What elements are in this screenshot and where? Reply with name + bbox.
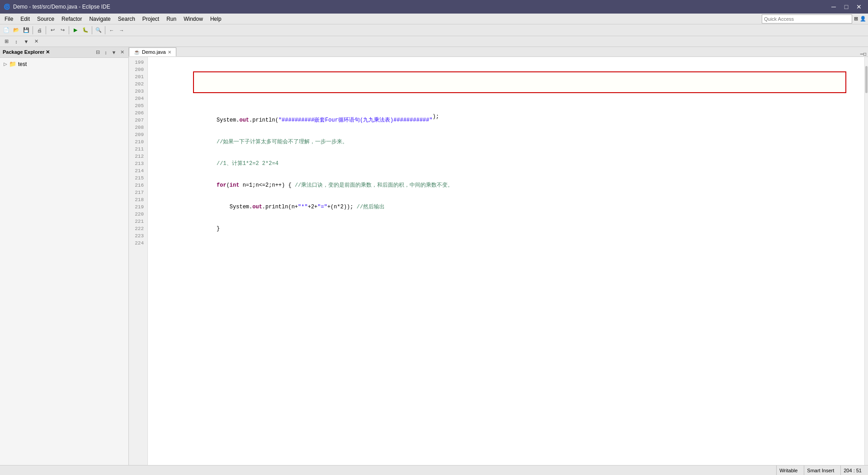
- menu-project[interactable]: Project: [140, 15, 162, 23]
- insert-mode-label: Smart Insert: [807, 468, 834, 473]
- title-bar-controls: ─ □ ✕: [828, 1, 864, 12]
- scrollbar-thumb[interactable]: [865, 66, 868, 93]
- code-line-205: }: [151, 225, 861, 232]
- code-line-208: [151, 290, 861, 297]
- toolbar2-btn2[interactable]: ↕: [12, 37, 21, 46]
- code-line-201: //如果一下子计算太多可能会不了理解，一步一步来。: [151, 138, 861, 146]
- toolbar-save[interactable]: 💾: [22, 26, 31, 35]
- sidebar-menu[interactable]: ▼: [110, 49, 118, 56]
- maximize-button[interactable]: □: [841, 1, 852, 12]
- toolbar-main: 📄 📂 💾 🖨 ↩ ↪ ▶ 🐛 🔍 ← →: [0, 24, 868, 36]
- minimize-button[interactable]: ─: [828, 1, 839, 12]
- code-line-216: [151, 464, 861, 465]
- toolbar-sep1: [33, 26, 33, 34]
- title-bar-left: 🌀 Demo - test/src/Demo.java - Eclipse ID…: [4, 4, 110, 10]
- toolbar-btn-perspectives[interactable]: ⊞: [854, 16, 858, 22]
- app-icon: 🌀: [4, 4, 10, 10]
- code-line-207: [151, 268, 861, 276]
- code-line-212: [151, 377, 861, 384]
- toolbar-print[interactable]: 🖨: [35, 26, 44, 35]
- code-line-204: System.out.println(n+"*"+2+"="+(n*2)); /…: [151, 203, 861, 211]
- editor-tab-close[interactable]: ✕: [168, 50, 171, 55]
- sidebar-title: Package Explorer ✕: [3, 49, 50, 55]
- code-line-209: [151, 312, 861, 319]
- sidebar-content: ▷ 📁 test: [0, 58, 128, 465]
- code-line-206: [151, 247, 861, 254]
- code-line-215: [151, 442, 861, 449]
- toolbar-sep3: [69, 26, 69, 34]
- code-line-214: [151, 420, 861, 428]
- status-bar: Writable Smart Insert 204 : 51: [0, 465, 868, 475]
- quick-access-area: ⊞ 👤: [762, 14, 866, 24]
- code-line-211: [151, 355, 861, 362]
- tree-arrow: ▷: [4, 61, 7, 66]
- toolbar2-btn4[interactable]: ✕: [32, 37, 41, 46]
- toolbar2-btn3[interactable]: ▼: [22, 37, 31, 46]
- code-highlight-box: [193, 71, 846, 93]
- sidebar-close[interactable]: ✕: [118, 49, 126, 56]
- editor-scrollbar[interactable]: [864, 57, 868, 465]
- code-line-200: System.out.println("##########嵌套Four循环语句…: [151, 117, 861, 124]
- editor-minimize[interactable]: ─: [860, 52, 863, 56]
- title-bar: 🌀 Demo - test/src/Demo.java - Eclipse ID…: [0, 0, 868, 14]
- toolbar-btn-open-perspective[interactable]: 👤: [860, 16, 866, 22]
- main-layout: Package Explorer ✕ ⊟ ↕ ▼ ✕ ▷ 📁 test ☕: [0, 47, 868, 465]
- tree-label-test: test: [18, 61, 27, 67]
- close-button[interactable]: ✕: [854, 1, 864, 12]
- editor-tabs: ☕ Demo.java ✕ ─ □: [129, 47, 868, 57]
- toolbar-sep5: [105, 26, 105, 34]
- editor-tab-name: Demo.java: [142, 49, 166, 55]
- code-editor: 199 200 201 202 203 204 205 206 207 208 …: [129, 57, 868, 465]
- code-content[interactable]: System.out.println("##########嵌套Four循环语句…: [148, 57, 864, 465]
- sidebar-expand[interactable]: ↕: [102, 49, 109, 56]
- window-title: Demo - test/src/Demo.java - Eclipse IDE: [13, 4, 110, 10]
- code-line-210: [151, 334, 861, 341]
- menu-edit[interactable]: Edit: [18, 15, 33, 23]
- status-insert-mode: Smart Insert: [804, 466, 837, 475]
- toolbar-run[interactable]: ▶: [71, 26, 80, 35]
- menu-run[interactable]: Run: [164, 15, 179, 23]
- status-position: 204 : 51: [840, 466, 864, 475]
- sidebar: Package Explorer ✕ ⊟ ↕ ▼ ✕ ▷ 📁 test: [0, 47, 129, 465]
- code-line-213: [151, 399, 861, 406]
- tree-item-test[interactable]: ▷ 📁 test: [2, 60, 127, 68]
- toolbar2-btn1[interactable]: ⊞: [2, 37, 11, 46]
- menu-help[interactable]: Help: [208, 15, 224, 23]
- toolbar-secondary: ⊞ ↕ ▼ ✕: [0, 36, 868, 47]
- toolbar-debug[interactable]: 🐛: [81, 26, 90, 35]
- toolbar-undo[interactable]: ↩: [48, 26, 57, 35]
- editor-tab-demo[interactable]: ☕ Demo.java ✕: [129, 47, 176, 56]
- toolbar-sep4: [92, 26, 92, 34]
- menu-file[interactable]: File: [2, 15, 16, 23]
- toolbar-new[interactable]: 📄: [2, 26, 11, 35]
- menu-navigate[interactable]: Navigate: [86, 15, 113, 23]
- toolbar-search[interactable]: 🔍: [94, 26, 103, 35]
- tree-folder-icon: 📁: [9, 61, 16, 67]
- quick-access-input[interactable]: [762, 14, 852, 24]
- editor-bottom-container: ☕ Demo.java ✕ ─ □ 199 200 201 202 203 20…: [129, 47, 868, 465]
- menu-search[interactable]: Search: [115, 15, 138, 23]
- toolbar-redo[interactable]: ↪: [58, 26, 67, 35]
- menu-window[interactable]: Window: [181, 15, 206, 23]
- toolbar-sep2: [46, 26, 46, 34]
- code-line-199: [151, 95, 861, 102]
- code-line-203: for(int n=1;n<=2;n++) { //乘法口诀，变的是前面的乘数，…: [151, 182, 861, 189]
- editor-area: ☕ Demo.java ✕ ─ □ 199 200 201 202 203 20…: [129, 47, 868, 465]
- status-writable: Writable: [776, 466, 800, 475]
- position-label: 204 : 51: [844, 468, 862, 473]
- editor-tab-icon: ☕: [134, 49, 140, 55]
- code-line-202: //1、计算1*2=2 2*2=4: [151, 160, 861, 167]
- sidebar-header: Package Explorer ✕ ⊟ ↕ ▼ ✕: [0, 47, 128, 58]
- menu-bar: File Edit Source Refactor Navigate Searc…: [0, 14, 868, 24]
- editor-maximize[interactable]: □: [863, 52, 866, 56]
- toolbar-open[interactable]: 📂: [12, 26, 21, 35]
- sidebar-icons: ⊟ ↕ ▼ ✕: [94, 49, 126, 56]
- menu-source[interactable]: Source: [34, 15, 57, 23]
- sidebar-collapse[interactable]: ⊟: [94, 49, 101, 56]
- toolbar-back[interactable]: ←: [107, 26, 116, 35]
- line-numbers: 199 200 201 202 203 204 205 206 207 208 …: [129, 57, 148, 465]
- toolbar-forward[interactable]: →: [117, 26, 126, 35]
- menu-refactor[interactable]: Refactor: [59, 15, 85, 23]
- writable-label: Writable: [779, 468, 797, 473]
